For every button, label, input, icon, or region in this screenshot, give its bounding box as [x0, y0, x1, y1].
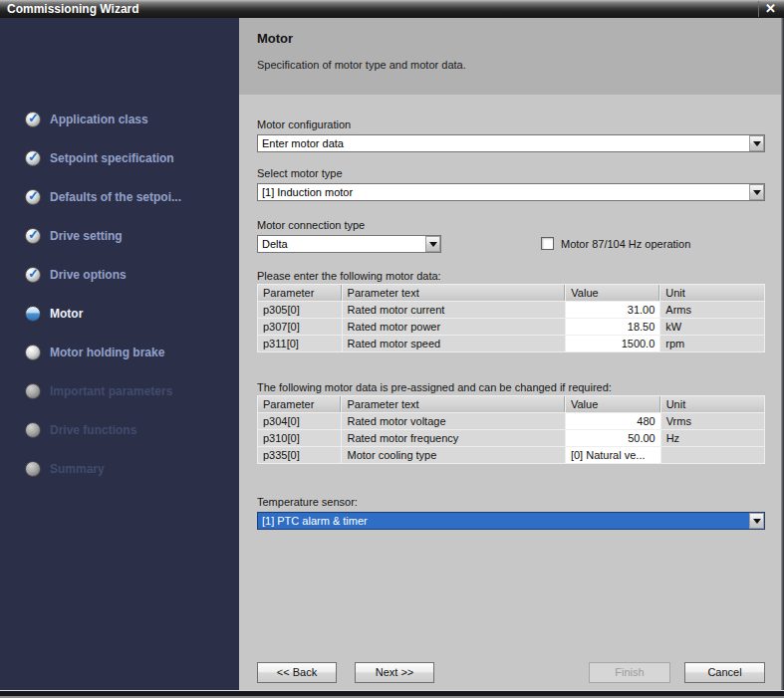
connection-type-dropdown[interactable]: Delta — [257, 235, 441, 253]
chevron-down-icon[interactable] — [749, 135, 764, 151]
sidebar-step-defaults-of-setpoint[interactable]: Defaults of the setpoi... — [25, 177, 235, 216]
unit-cell — [661, 447, 764, 463]
step-check-icon — [25, 150, 41, 166]
commissioning-wizard-window: Commissioning Wizard ✕ Application class… — [0, 0, 784, 698]
parameter-text-cell: Rated motor power — [343, 319, 566, 335]
sidebar-step-drive-functions: Drive functions — [25, 410, 235, 449]
parameter-text-cell: Motor cooling type — [342, 447, 564, 463]
sidebar-step-motor-holding-brake[interactable]: Motor holding brake — [25, 333, 235, 371]
motor-data-preassigned-table: Parameter Parameter text Value Unit p304… — [257, 395, 765, 464]
page-header: Motor Specification of motor type and mo… — [239, 18, 784, 95]
table-row: p311[0] Rated motor speed 1500.0 rpm — [258, 336, 764, 351]
value-cell[interactable]: 1500.0 — [566, 336, 659, 351]
parameter-cell: p304[0] — [258, 413, 341, 429]
page-subtitle: Specification of motor type and motor da… — [257, 59, 466, 71]
step-check-icon — [25, 112, 41, 127]
step-disabled-icon — [25, 461, 41, 477]
unit-cell: Vrms — [661, 413, 764, 429]
motor-type-dropdown[interactable]: [1] Induction motor — [257, 183, 765, 201]
next-button[interactable]: Next >> — [355, 662, 434, 683]
connection-type-label: Motor connection type — [257, 219, 365, 231]
temperature-sensor-dropdown[interactable]: [1] PTC alarm & timer — [257, 512, 765, 530]
column-header: Value — [566, 396, 660, 412]
unit-cell: kW — [660, 319, 764, 335]
wizard-step-sidebar: Application class Setpoint specification… — [0, 18, 239, 690]
parameter-cell: p335[0] — [258, 447, 341, 463]
column-header: Value — [566, 285, 659, 301]
temperature-sensor-label: Temperature sensor: — [257, 496, 358, 508]
step-disabled-icon — [25, 383, 41, 399]
motor-configuration-value: Enter motor data — [262, 137, 344, 149]
sidebar-step-drive-setting[interactable]: Drive setting — [25, 216, 235, 255]
motor-type-value: [1] Induction motor — [262, 186, 353, 198]
step-current-icon — [25, 306, 41, 322]
table-row: p307[0] Rated motor power 18.50 kW — [258, 319, 764, 335]
chevron-down-icon[interactable] — [749, 513, 764, 529]
window-bottom-border — [0, 690, 784, 698]
value-cell[interactable]: 18.50 — [566, 319, 659, 335]
connection-type-value: Delta — [262, 238, 288, 250]
back-button[interactable]: << Back — [257, 662, 337, 683]
finish-button: Finish — [589, 662, 670, 683]
parameter-cell: p305[0] — [258, 302, 342, 318]
motor-type-label: Select motor type — [257, 167, 343, 179]
step-check-icon — [25, 228, 41, 244]
step-disabled-icon — [25, 422, 41, 438]
table-header-row: Parameter Parameter text Value Unit — [258, 285, 764, 301]
step-check-icon — [25, 267, 41, 283]
chevron-down-icon[interactable] — [425, 236, 440, 252]
sidebar-step-motor[interactable]: Motor — [25, 294, 235, 333]
step-pending-icon — [25, 345, 41, 360]
sidebar-step-application-class[interactable]: Application class — [25, 100, 235, 138]
hz-operation-label: Motor 87/104 Hz operation — [561, 238, 690, 250]
page-title: Motor — [257, 31, 293, 46]
column-header: Unit — [660, 285, 764, 301]
window-title: Commissioning Wizard — [7, 2, 139, 16]
wizard-step-list: Application class Setpoint specification… — [25, 100, 235, 488]
step-check-icon — [25, 189, 41, 205]
value-cell[interactable]: 480 — [566, 413, 660, 429]
parameter-cell: p307[0] — [258, 319, 342, 335]
close-icon[interactable]: ✕ — [758, 1, 782, 17]
column-header: Parameter text — [342, 396, 564, 412]
parameter-cell: p310[0] — [258, 430, 341, 446]
parameter-cell: p311[0] — [258, 336, 342, 351]
hz-operation-checkbox[interactable] — [541, 237, 554, 250]
unit-cell: Arms — [660, 302, 764, 318]
table-row: p304[0] Rated motor voltage 480 Vrms — [258, 413, 764, 429]
column-header: Parameter text — [343, 285, 566, 301]
motor-configuration-label: Motor configuration — [257, 118, 351, 130]
column-header: Unit — [661, 396, 764, 412]
sidebar-step-summary: Summary — [25, 449, 235, 488]
sidebar-step-setpoint-specification[interactable]: Setpoint specification — [25, 138, 235, 177]
parameter-text-cell: Rated motor frequency — [342, 430, 564, 446]
unit-cell: Hz — [661, 430, 764, 446]
sidebar-step-drive-options[interactable]: Drive options — [25, 255, 235, 294]
column-header: Parameter — [258, 285, 342, 301]
motor-configuration-dropdown[interactable]: Enter motor data — [257, 134, 765, 152]
temperature-sensor-value: [1] PTC alarm & timer — [262, 515, 368, 527]
table-row: p335[0] Motor cooling type [0] Natural v… — [258, 447, 764, 463]
unit-cell: rpm — [660, 336, 764, 351]
table-header-row: Parameter Parameter text Value Unit — [258, 396, 764, 412]
table-row: p305[0] Rated motor current 31.00 Arms — [258, 302, 764, 318]
parameter-text-cell: Rated motor current — [343, 302, 566, 318]
value-cell[interactable]: 31.00 — [566, 302, 659, 318]
cancel-button[interactable]: Cancel — [684, 662, 765, 683]
parameter-text-cell: Rated motor voltage — [342, 413, 564, 429]
sidebar-step-important-parameters: Important parameters — [25, 371, 235, 410]
value-cell[interactable]: [0] Natural ve... — [566, 447, 660, 463]
table1-caption: Please enter the following motor data: — [257, 270, 441, 282]
motor-data-entry-table: Parameter Parameter text Value Unit p305… — [257, 284, 765, 352]
chevron-down-icon[interactable] — [749, 184, 764, 200]
value-cell[interactable]: 50.00 — [566, 430, 660, 446]
column-header: Parameter — [258, 396, 341, 412]
title-bar[interactable]: Commissioning Wizard ✕ — [0, 0, 784, 18]
parameter-text-cell: Rated motor speed — [343, 336, 566, 351]
table-row: p310[0] Rated motor frequency 50.00 Hz — [258, 430, 764, 446]
table2-caption: The following motor data is pre-assigned… — [257, 381, 612, 393]
page-content: Motor configuration Enter motor data Sel… — [239, 95, 784, 690]
